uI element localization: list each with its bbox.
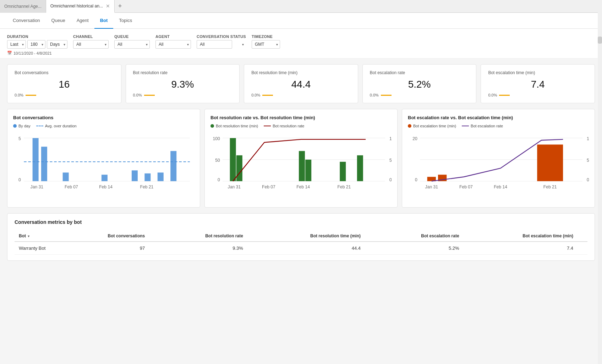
col-conversations: Bot conversations <box>69 231 166 242</box>
data-table: Bot Bot conversations Bot resolution rat… <box>15 231 587 255</box>
legend-dot-orange <box>408 124 411 128</box>
legend-line-purple <box>462 126 469 126</box>
filter-timezone: Timezone GMT <box>252 34 280 49</box>
close-tab-icon[interactable]: ✕ <box>106 3 110 9</box>
chart-bot-conv-legend: By day Avg. over duration <box>13 124 194 128</box>
cell-conversations: 97 <box>69 242 166 255</box>
col-resolution-rate: Bot resolution rate <box>166 231 264 242</box>
legend-esc-rate-label: Bot escalation rate <box>471 124 503 128</box>
legend-avg: Avg. over duration <box>36 124 77 128</box>
kpi-bar-3 <box>381 95 392 96</box>
svg-rect-28 <box>299 151 305 181</box>
calendar-icon: 📅 <box>7 51 12 55</box>
legend-by-day-label: By day <box>18 124 31 128</box>
svg-text:Feb 14: Feb 14 <box>99 184 113 189</box>
kpi-bar-2 <box>262 95 273 96</box>
svg-rect-9 <box>132 170 138 181</box>
date-range-text: 10/11/2020 - 4/8/2021 <box>13 51 52 55</box>
date-range: 📅 10/11/2020 - 4/8/2021 <box>7 51 595 55</box>
svg-rect-30 <box>340 162 346 181</box>
svg-text:Jan 31: Jan 31 <box>228 184 241 189</box>
svg-text:Feb 07: Feb 07 <box>262 184 275 189</box>
kpi-change-3: 0.0% <box>370 93 379 97</box>
cell-escalation-rate: 5.2% <box>382 242 481 255</box>
chart-escalation-title: Bot escalation rate vs. Bot escalation t… <box>408 115 589 120</box>
kpi-bot-resolution-time: Bot resolution time (min) 44.4 0.0% <box>244 64 358 103</box>
svg-rect-31 <box>357 155 363 181</box>
bot-conv-svg: 5 0 Jan 31 Feb 07 Feb 14 <box>13 132 194 200</box>
chart-resolution-legend: Bot resolution time (min) Bot resolution… <box>210 124 392 128</box>
duration-value-select[interactable]: 180 <box>27 40 45 49</box>
filter-queue: Queue All <box>114 34 150 49</box>
duration-preset-select[interactable]: Last <box>7 40 26 49</box>
scrollbar-thumb[interactable] <box>598 37 602 44</box>
kpi-value-3: 5.2% <box>370 79 469 90</box>
svg-text:0: 0 <box>415 177 417 182</box>
svg-text:5: 5 <box>18 136 21 141</box>
tab-topics[interactable]: Topics <box>113 13 138 29</box>
channel-select[interactable]: All <box>73 40 109 49</box>
svg-text:Jan 31: Jan 31 <box>31 184 44 189</box>
kpi-bar-1 <box>144 95 155 96</box>
legend-line-red <box>264 126 271 126</box>
channel-label: Channel <box>73 34 109 39</box>
svg-text:100: 100 <box>213 136 220 141</box>
svg-rect-10 <box>144 173 150 181</box>
kpi-title-2: Bot resolution time (min) <box>251 70 351 75</box>
legend-dot-green <box>210 124 214 128</box>
svg-text:0%: 0% <box>389 177 392 182</box>
tab-omnichannel-historical[interactable]: Omnichannel historical an... ✕ <box>46 0 115 13</box>
svg-text:Feb 21: Feb 21 <box>338 184 351 189</box>
legend-dot-blue <box>13 124 17 128</box>
col-bot[interactable]: Bot <box>15 231 69 242</box>
new-tab-button[interactable]: + <box>115 2 126 10</box>
kpi-value-0: 16 <box>15 79 114 90</box>
legend-by-day: By day <box>13 124 31 128</box>
chart-bot-conv-title: Bot conversations <box>13 115 194 120</box>
conv-status-select[interactable]: All <box>197 40 232 49</box>
timezone-select[interactable]: GMT <box>252 40 280 49</box>
tab-conversation[interactable]: Conversation <box>7 13 46 29</box>
legend-res-time: Bot resolution time (min) <box>210 124 258 128</box>
svg-text:20: 20 <box>412 136 417 141</box>
cell-resolution-time: 44.4 <box>264 242 382 255</box>
filter-channel: Channel All <box>73 34 109 49</box>
tab-bot[interactable]: Bot <box>94 13 114 29</box>
legend-esc-time-label: Bot escalation time (min) <box>413 124 456 128</box>
cell-escalation-time: 7.4 <box>481 242 587 255</box>
charts-row: Bot conversations By day Avg. over durat… <box>7 109 595 208</box>
kpi-title-1: Bot resolution rate <box>133 70 232 75</box>
svg-rect-11 <box>158 172 164 181</box>
kpi-bot-resolution-rate: Bot resolution rate 9.3% 0.0% <box>126 64 240 103</box>
queue-select[interactable]: All <box>114 40 150 49</box>
cell-bot-name: Warranty Bot <box>15 242 69 255</box>
chart-resolution: Bot resolution rate vs. Bot resolution t… <box>204 109 398 208</box>
tab-agent[interactable]: Agent <box>71 13 94 29</box>
kpi-bar-4 <box>499 95 510 96</box>
nav-tabs: Conversation Queue Agent Bot Topics <box>0 13 602 29</box>
svg-rect-12 <box>170 151 176 181</box>
chart-escalation: Bot escalation rate vs. Bot escalation t… <box>402 109 595 208</box>
svg-rect-6 <box>41 147 47 181</box>
legend-res-time-label: Bot resolution time (min) <box>216 124 258 128</box>
agent-select[interactable]: All <box>155 40 191 49</box>
svg-rect-29 <box>305 160 311 181</box>
kpi-bar-0 <box>26 95 36 96</box>
kpi-bot-conversations: Bot conversations 16 0.0% <box>7 64 121 103</box>
kpi-change-1: 0.0% <box>133 93 142 97</box>
svg-rect-26 <box>230 138 236 181</box>
kpi-title-4: Bot escalation time (min) <box>488 70 587 75</box>
timezone-label: Timezone <box>252 34 280 39</box>
tab-omnichannel-agent[interactable]: Omnichannel Age... <box>0 0 46 13</box>
table-card: Conversation metrics by bot Bot Bot conv… <box>7 213 595 261</box>
browser-chrome: Omnichannel Age... Omnichannel historica… <box>0 0 602 13</box>
kpi-change-2: 0.0% <box>251 93 260 97</box>
svg-rect-8 <box>102 175 108 181</box>
tab-queue[interactable]: Queue <box>46 13 71 29</box>
table-header-row: Bot Bot conversations Bot resolution rat… <box>15 231 587 242</box>
table-row: Warranty Bot 97 9.3% 44.4 5.2% 7.4 <box>15 242 587 255</box>
kpi-title-0: Bot conversations <box>15 70 114 75</box>
kpi-change-4: 0.0% <box>488 93 497 97</box>
filters-area: Duration Last 180 Days <box>0 29 602 59</box>
duration-unit-select[interactable]: Days <box>47 40 67 49</box>
